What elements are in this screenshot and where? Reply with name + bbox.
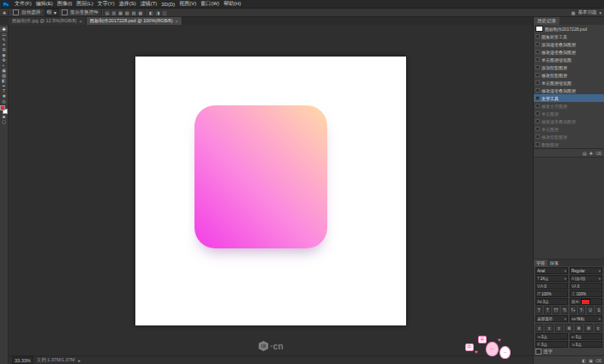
distribute-left-icon[interactable]: ◧ [149,10,153,15]
small-caps-button[interactable]: Tt [561,306,568,314]
menu-filter[interactable]: 滤镜(T) [141,0,158,8]
text-color-swatch[interactable] [581,299,590,305]
delete-icon[interactable]: ⌫ [595,358,601,363]
document-tab-psd[interactable]: 图标制作2017228.psd @ 100%(RGB/8) × [87,17,182,25]
menu-type[interactable]: 文字(Y) [98,0,115,8]
history-state-row[interactable]: 圆角矩形工具 [534,33,604,40]
history-state-label: 删除图层 [541,142,559,147]
horizontal-scale-input[interactable]: 工 100% [570,290,602,297]
superscript-button[interactable]: T+ [570,306,577,314]
heart-icon: ♥ [498,337,501,343]
align-bottom-icon[interactable]: ▩ [138,10,142,15]
space-after-input[interactable]: ⇲ 0点 [570,341,602,348]
document-tab-bar: 图标制作.jpg @ 12.5%(RGB/8) × 图标制作2017228.ps… [9,17,533,25]
align-text-left-button[interactable]: ≡ [535,324,543,332]
align-left-icon[interactable]: ▤ [105,10,110,15]
tab-character[interactable]: 字符 [534,260,547,266]
new-item-icon[interactable]: ▣ [589,358,593,363]
history-state-row[interactable]: 单击图层 [534,125,604,133]
new-snapshot-icon[interactable]: ✚ [589,151,593,156]
indent-right-input[interactable]: ⇤ 0点 [570,333,602,340]
delete-state-icon[interactable]: ⌫ [595,151,601,156]
distribute-right-icon[interactable]: ◫ [163,10,167,15]
tab-history[interactable]: 历史记录 [534,17,559,25]
sticker-blob-pink: • • [486,342,499,356]
character-panel: Arial ▾ Regular ▾ T 24点 ▾ A (自动) ▾ [534,266,604,323]
history-state-row[interactable]: 添加投影图层 [534,63,604,71]
auto-select-checkbox[interactable] [13,9,19,15]
kerning-input[interactable]: V/A 0 [535,283,568,289]
tab-paragraph[interactable]: 段落 [547,260,561,266]
document-tab-jpg[interactable]: 图标制作.jpg @ 12.5%(RGB/8) × [9,17,87,25]
zoom-level-input[interactable]: 33.33% [12,356,33,364]
align-text-center-button[interactable]: ≡ [545,324,553,332]
document-canvas[interactable] [135,57,406,325]
language-select[interactable]: 美国英语 ▾ [535,315,568,322]
baseline-shift-input[interactable]: Aa 0点 [535,298,568,305]
align-top-icon[interactable]: ▧ [125,10,129,15]
close-icon[interactable]: × [79,19,82,24]
history-state-row[interactable]: 修改投影图层 [534,133,604,140]
strikethrough-button[interactable]: S [595,306,602,314]
justify-last-center-button[interactable]: ≣ [575,324,583,332]
faux-bold-button[interactable]: T [535,306,542,314]
subscript-button[interactable]: T- [578,306,585,314]
indent-left-input[interactable]: ⇥ 0点 [535,333,568,340]
justify-last-right-button[interactable]: ≣ [584,324,592,332]
space-before-input[interactable]: ⇱ 0点 [535,341,568,348]
auto-select-dropdown[interactable]: 组 ▾ [45,9,59,16]
align-right-icon[interactable]: ▦ [118,10,123,15]
zoom-tool[interactable]: ◎ [0,98,8,104]
panel-options-icon[interactable]: ◧ [582,358,586,363]
underline-button[interactable]: U [587,306,594,314]
history-state-row[interactable]: 修改文字图层 [534,102,604,110]
menu-view[interactable]: 视图(V) [179,0,196,8]
close-icon[interactable]: × [175,19,178,24]
tracking-input[interactable]: VA 0 [570,283,602,289]
history-state-row[interactable]: 修改渐变叠加图层 [534,48,604,56]
menu-window[interactable]: 窗口(W) [200,0,219,8]
faux-italic-button[interactable]: T [544,306,551,314]
font-family-select[interactable]: Arial ▾ [535,267,568,274]
history-snapshot-row[interactable]: 图标制作2017228.psd [534,25,604,33]
menu-image[interactable]: 图像(I) [57,0,73,8]
history-state-row[interactable]: 删除图层 [534,140,604,148]
history-state-row-selected[interactable]: 文字工具 [534,94,604,102]
status-chevron-icon[interactable]: ▸ [78,358,81,363]
history-state-row[interactable]: 修改渐变叠加图层 [534,87,604,94]
menu-layer[interactable]: 图层(L) [76,0,93,8]
font-size-input[interactable]: T 24点 ▾ [535,275,568,282]
history-state-row[interactable]: 单击图层缩览图 [534,56,604,63]
history-state-row[interactable]: 修改投影图层 [534,71,604,79]
menu-file[interactable]: 文件(F) [15,0,32,8]
distribute-center-icon[interactable]: ◨ [156,10,160,15]
hyphenate-checkbox[interactable] [535,349,541,355]
auto-select-value: 组 [47,9,52,16]
screen-mode-button[interactable]: ▢ [0,119,8,124]
panel-empty-area [534,157,604,259]
align-center-icon[interactable]: ▥ [111,10,116,15]
antialias-select[interactable]: aa 锐利 ▾ [570,315,602,322]
foreground-color-swatch[interactable] [0,105,5,110]
justify-last-left-button[interactable]: ≣ [565,324,572,332]
new-document-from-state-icon[interactable]: ▤ [583,151,587,156]
history-state-row[interactable]: 添加渐变叠加图层 [534,40,604,48]
history-state-row[interactable]: 单击图层 [534,110,604,117]
menu-edit[interactable]: 编辑(E) [36,0,53,8]
workspace-switcher[interactable]: 基本功能 [577,9,596,15]
menu-3d[interactable]: 3D(D) [161,2,175,7]
show-transform-checkbox[interactable] [62,9,68,15]
justify-all-button[interactable]: ≡ [595,324,602,332]
menu-select[interactable]: 选择(S) [119,0,136,8]
align-middle-icon[interactable]: ▨ [132,10,136,15]
align-text-right-button[interactable]: ≡ [555,324,563,332]
history-state-row[interactable]: 修改渐变叠加图层 [534,117,604,125]
leading-input[interactable]: A (自动) ▾ [570,275,602,282]
font-style-select[interactable]: Regular ▾ [570,267,602,274]
menu-help[interactable]: 帮助(H) [224,0,241,8]
history-state-row[interactable]: 单击图层缩览图 [534,79,604,87]
all-caps-button[interactable]: TT [553,306,559,314]
vertical-scale-input[interactable]: IT 100% [535,290,568,297]
photoshop-window: Ps 文件(F) 编辑(E) 图像(I) 图层(L) 文字(Y) 选择(S) 滤… [0,0,604,364]
text-color-field[interactable]: 颜色: [570,298,602,305]
